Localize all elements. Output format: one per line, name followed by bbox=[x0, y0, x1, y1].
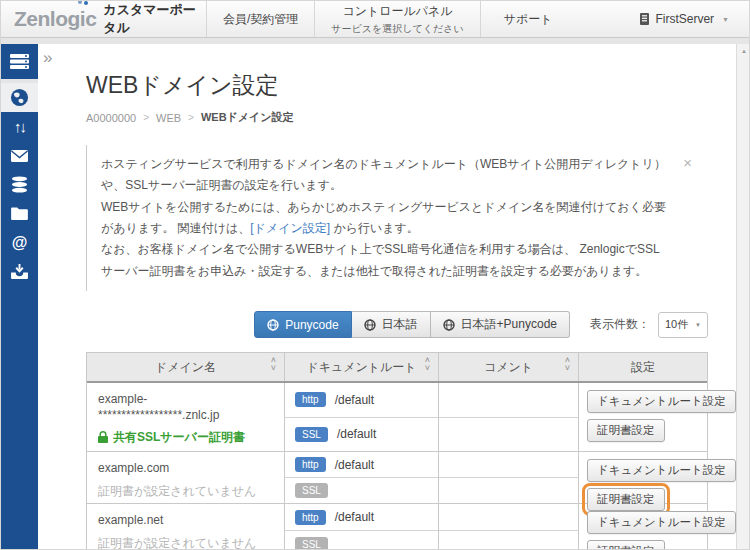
zenlogic-logo[interactable]: Zenlogic カスタマーポータル bbox=[1, 1, 206, 37]
display-count-select[interactable]: 10件 ▼ bbox=[658, 312, 708, 338]
nav-control-panel[interactable]: コントロールパネル サービスを選択してください bbox=[314, 1, 479, 37]
portal-label: カスタマーポータル bbox=[103, 1, 206, 37]
docroot-path: /default bbox=[335, 510, 374, 524]
sidebar-expand-icon[interactable]: » bbox=[43, 48, 52, 68]
docroot-http: http /default bbox=[285, 504, 438, 530]
japanese-punycode-button[interactable]: 日本語+Punycode bbox=[431, 311, 570, 338]
sidebar-item-mail[interactable] bbox=[1, 141, 38, 170]
account-menu[interactable]: FirstServer ▼ bbox=[640, 1, 729, 37]
chevron-down-icon: ▼ bbox=[722, 16, 729, 23]
docroot-settings-button[interactable]: ドキュメントルート設定 bbox=[587, 390, 736, 413]
server-tower-icon bbox=[640, 13, 650, 25]
docroot-settings-button[interactable]: ドキュメントルート設定 bbox=[587, 511, 736, 534]
sidebar-item-transfer[interactable]: ↑↓ bbox=[1, 112, 38, 141]
sort-down-icon: ˅ bbox=[425, 365, 430, 373]
sidebar-nav: ↑↓ @ bbox=[1, 83, 38, 550]
app-window: Zenlogic カスタマーポータル 会員/契約管理 コントロールパネル サービ… bbox=[0, 0, 750, 550]
punycode-button[interactable]: Punycode bbox=[254, 311, 351, 338]
logo-dots-icon bbox=[78, 0, 82, 4]
at-icon: @ bbox=[12, 234, 28, 252]
ssl-badge-disabled: SSL bbox=[295, 537, 328, 550]
comment-http bbox=[439, 504, 578, 530]
server-icon bbox=[10, 54, 29, 69]
breadcrumb-web[interactable]: WEB bbox=[156, 112, 181, 124]
docroot-settings-button[interactable]: ドキュメントルート設定 bbox=[587, 459, 736, 482]
encoding-toggle-group: Punycode 日本語 日本語+Punyc bbox=[254, 311, 570, 338]
sort-icons[interactable]: ˄˅ bbox=[425, 357, 430, 372]
mail-icon bbox=[11, 150, 28, 162]
sidebar-item-folder[interactable] bbox=[1, 199, 38, 228]
punycode-button-label: Punycode bbox=[285, 318, 338, 332]
database-icon bbox=[11, 176, 28, 193]
account-name: FirstServer bbox=[655, 12, 714, 26]
docroot-path: /default bbox=[335, 458, 374, 472]
lock-icon bbox=[98, 431, 108, 443]
domain-table: ドメイン名 ˄˅ ドキュメントルート ˄˅ コメント ˄˅ 設定 exa bbox=[86, 352, 708, 550]
domain-cell: example.net 証明書が設定されていません bbox=[87, 504, 284, 550]
japanese-button[interactable]: 日本語 bbox=[352, 311, 431, 338]
sort-icons[interactable]: ˄˅ bbox=[271, 357, 276, 372]
domain-cell: example- ******************.znlc.jp 共有SS… bbox=[87, 383, 284, 451]
globe-icon bbox=[10, 88, 29, 107]
sort-down-icon: ˅ bbox=[271, 365, 276, 373]
sort-icons[interactable]: ˄˅ bbox=[565, 357, 570, 372]
notice-line1: ホスティングサービスで利用するドメイン名のドキュメントルート（WEBサイト公開用… bbox=[101, 154, 667, 197]
japanese-button-label: 日本語 bbox=[382, 316, 418, 333]
notice-line3: なお、お客様ドメイン名で公開するWEBサイト上でSSL暗号化通信を利用する場合は… bbox=[101, 239, 667, 282]
sidebar-item-deploy[interactable] bbox=[1, 257, 38, 286]
sidebar-item-database[interactable] bbox=[1, 170, 38, 199]
comment-cell bbox=[438, 504, 578, 550]
sidebar-item-mail-address[interactable]: @ bbox=[1, 228, 38, 257]
top-header: Zenlogic カスタマーポータル 会員/契約管理 コントロールパネル サービ… bbox=[1, 1, 750, 38]
display-count-value: 10件 bbox=[665, 317, 688, 332]
http-badge: http bbox=[295, 392, 326, 407]
sidebar-item-server[interactable] bbox=[1, 44, 38, 79]
nav-member-contract[interactable]: 会員/契約管理 bbox=[206, 1, 314, 37]
domain-name-line1: example.net bbox=[98, 512, 274, 528]
domain-name-line1: example.com bbox=[98, 460, 274, 476]
docroot-path: /default bbox=[335, 393, 374, 407]
certificate-settings-button[interactable]: 証明書設定 bbox=[587, 419, 665, 442]
docroot-http: http /default bbox=[285, 452, 438, 477]
column-header-settings: 設定 bbox=[578, 353, 707, 381]
comment-ssl bbox=[439, 530, 578, 550]
http-badge: http bbox=[295, 457, 326, 472]
table-row: example- ******************.znlc.jp 共有SS… bbox=[87, 383, 707, 451]
table-header-row: ドメイン名 ˄˅ ドキュメントルート ˄˅ コメント ˄˅ 設定 bbox=[87, 353, 707, 383]
breadcrumb-account[interactable]: A0000000 bbox=[86, 112, 136, 124]
domain-settings-link[interactable]: [ドメイン設定] bbox=[250, 221, 330, 235]
certificate-settings-button[interactable]: 証明書設定 bbox=[587, 540, 665, 550]
breadcrumb-sep-icon: > bbox=[188, 112, 194, 123]
comment-cell bbox=[438, 383, 578, 451]
close-icon[interactable]: × bbox=[683, 150, 692, 177]
notice-box: × ホスティングサービスで利用するドメイン名のドキュメントルート（WEBサイト公… bbox=[86, 145, 701, 291]
docroot-cell: http /default SSL /default bbox=[284, 383, 438, 451]
domain-name-line1: example- bbox=[98, 391, 274, 407]
page-title: WEBドメイン設定 bbox=[86, 70, 701, 101]
globe-icon bbox=[443, 319, 455, 331]
table-row: example.net 証明書が設定されていません http /default … bbox=[87, 503, 707, 550]
docroot-path: /default bbox=[337, 427, 376, 441]
logo-text: Zenlogic bbox=[14, 7, 96, 31]
docroot-http: http /default bbox=[285, 383, 438, 417]
comment-cell bbox=[438, 452, 578, 503]
comment-ssl bbox=[439, 477, 578, 503]
certificate-status: 証明書が設定されていません bbox=[98, 535, 274, 550]
breadcrumb-sep-icon: > bbox=[143, 112, 149, 123]
nav-support[interactable]: サポート bbox=[480, 1, 576, 37]
breadcrumb-current: WEBドメイン設定 bbox=[201, 110, 294, 125]
nav-control-panel-label: コントロールパネル bbox=[342, 3, 452, 20]
domain-cell: example.com 証明書が設定されていません bbox=[87, 452, 284, 503]
ssl-badge-disabled: SSL bbox=[295, 483, 328, 498]
settings-cell: ドキュメントルート設定 証明書設定 bbox=[578, 383, 707, 451]
certificate-status-label: 共有SSLサーバー証明書 bbox=[113, 429, 245, 445]
sidebar-item-web[interactable] bbox=[1, 83, 38, 112]
vertical-scrollbar[interactable]: ▲ bbox=[736, 44, 750, 550]
column-header-comment-label: コメント bbox=[484, 359, 533, 376]
column-header-domain-label: ドメイン名 bbox=[155, 359, 216, 376]
column-header-docroot[interactable]: ドキュメントルート ˄˅ bbox=[284, 353, 438, 381]
column-header-comment[interactable]: コメント ˄˅ bbox=[438, 353, 578, 381]
column-header-domain[interactable]: ドメイン名 ˄˅ bbox=[87, 353, 284, 381]
nav-member-contract-label: 会員/契約管理 bbox=[223, 11, 298, 28]
scroll-up-icon[interactable]: ▲ bbox=[737, 44, 750, 54]
